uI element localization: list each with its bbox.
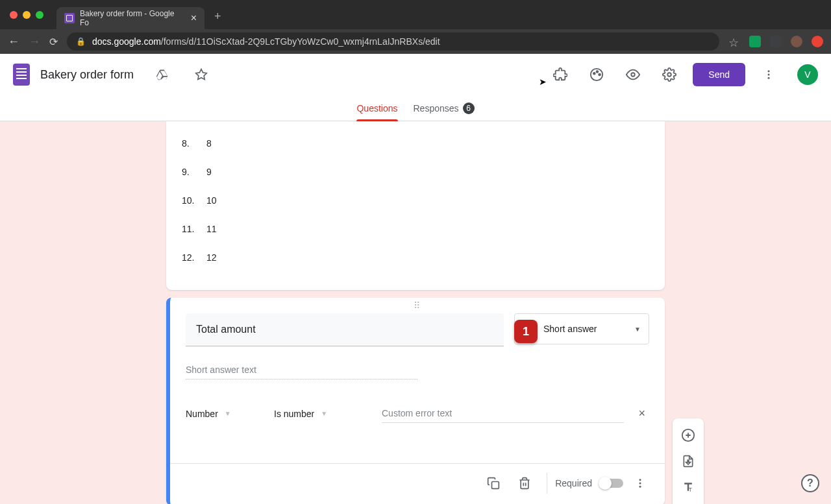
svg-point-5	[668, 73, 672, 77]
close-tab-button[interactable]: ×	[191, 12, 197, 24]
extensions-puzzle-icon[interactable]	[770, 36, 782, 47]
palette-icon	[589, 67, 604, 82]
validation-rule-select[interactable]: Is number▼	[274, 409, 371, 419]
remove-validation-button[interactable]: ×	[634, 403, 649, 424]
svg-point-8	[768, 77, 770, 79]
maximize-window-button[interactable]	[36, 11, 43, 19]
form-canvas: 8.8 9.9 10.10 11.11 12.12 ⠿ 1 Short answ…	[0, 121, 831, 504]
url-text: docs.google.com/forms/d/11OiScXtad-2Q9Lc…	[92, 36, 440, 47]
list-item: 11.11	[182, 215, 649, 243]
more-button[interactable]	[756, 62, 782, 88]
responses-count-badge: 6	[463, 102, 475, 114]
copy-icon	[487, 477, 500, 490]
eye-icon	[626, 67, 640, 82]
svg-point-12	[639, 486, 641, 488]
required-toggle[interactable]	[600, 479, 623, 488]
bookmark-star-icon[interactable]: ☆	[728, 36, 740, 47]
add-title-button[interactable]: T	[676, 475, 700, 499]
svg-point-7	[768, 74, 770, 76]
extension-icons: ☆	[728, 36, 823, 47]
star-button[interactable]	[188, 62, 214, 88]
preview-button[interactable]	[620, 62, 646, 88]
app-header: Bakery order form Send V	[0, 54, 831, 95]
duplicate-button[interactable]	[479, 469, 508, 498]
profile-avatar-icon[interactable]	[791, 36, 802, 47]
account-avatar[interactable]: V	[797, 64, 818, 85]
tab-responses[interactable]: Responses 6	[414, 95, 475, 121]
title-icon: T	[682, 481, 695, 494]
minimize-window-button[interactable]	[23, 11, 31, 19]
window-controls	[10, 11, 43, 19]
list-item: 10.10	[182, 186, 649, 215]
lock-icon: 🔒	[76, 37, 86, 46]
back-button[interactable]: ←	[8, 35, 19, 49]
svg-point-1	[593, 73, 595, 75]
address-bar[interactable]: 🔒 docs.google.com/forms/d/11OiScXtad-2Q9…	[67, 32, 719, 51]
addons-button[interactable]	[547, 62, 573, 88]
list-item: 8.8	[182, 129, 649, 158]
more-vert-icon	[763, 69, 775, 80]
browser-toolbar: ← → ⟳ 🔒 docs.google.com/forms/d/11OiScXt…	[0, 29, 831, 54]
extension-badge-icon[interactable]	[812, 36, 823, 47]
help-button[interactable]: ?	[801, 474, 819, 492]
add-image-button[interactable]	[676, 501, 700, 504]
validation-row: Number▼ Is number▼ ×	[186, 403, 649, 424]
plus-circle-icon	[681, 428, 695, 442]
previous-question-card[interactable]: 8.8 9.9 10.10 11.11 12.12	[166, 121, 665, 290]
question-title-input[interactable]	[186, 313, 504, 346]
question-footer: Required	[170, 463, 665, 503]
active-question-card[interactable]: ⠿ 1 Short answer ▼ Short answer text Num…	[166, 298, 665, 504]
chevron-down-icon: ▼	[634, 326, 641, 333]
puzzle-icon	[553, 67, 567, 82]
reload-button[interactable]: ⟳	[49, 36, 58, 48]
validation-error-input[interactable]	[382, 404, 624, 423]
form-title[interactable]: Bakery order form	[40, 68, 134, 82]
drag-handle[interactable]: ⠿	[170, 298, 665, 313]
star-outline-icon	[195, 68, 208, 81]
forms-favicon-icon	[64, 13, 75, 23]
tab-title: Bakery order form - Google Fo	[80, 9, 186, 27]
more-vert-icon	[634, 477, 646, 489]
divider	[547, 473, 547, 494]
browser-tab-strip: Bakery order form - Google Fo × +	[0, 0, 831, 29]
svg-point-11	[639, 483, 641, 485]
side-toolbar: T	[673, 418, 704, 504]
gear-icon	[662, 67, 676, 82]
annotation-badge: 1	[514, 320, 538, 343]
send-button[interactable]: Send	[693, 63, 745, 86]
forward-button[interactable]: →	[29, 35, 40, 49]
svg-point-2	[597, 71, 599, 73]
validation-type-select[interactable]: Number▼	[186, 409, 264, 419]
customize-theme-button[interactable]	[584, 62, 610, 88]
close-window-button[interactable]	[10, 11, 18, 19]
add-question-button[interactable]	[676, 424, 700, 447]
chevron-down-icon: ▼	[225, 410, 231, 417]
tab-questions[interactable]: Questions	[356, 95, 397, 121]
svg-point-6	[768, 70, 770, 72]
new-tab-button[interactable]: +	[214, 10, 221, 23]
svg-point-10	[639, 479, 641, 481]
settings-button[interactable]	[656, 62, 682, 88]
google-forms-logo-icon[interactable]	[13, 64, 30, 86]
list-item: 12.12	[182, 243, 649, 272]
short-answer-placeholder: Short answer text	[186, 365, 417, 379]
extension-icon[interactable]	[749, 36, 761, 47]
form-tabs: Questions Responses 6	[0, 95, 831, 121]
move-to-drive-button[interactable]	[149, 62, 175, 88]
delete-button[interactable]	[510, 469, 539, 498]
chevron-down-icon: ▼	[321, 410, 327, 417]
trash-icon	[518, 477, 531, 490]
svg-text:T: T	[689, 486, 692, 493]
required-label: Required	[555, 478, 592, 488]
question-more-button[interactable]	[626, 469, 654, 498]
svg-point-3	[599, 74, 601, 76]
browser-tab[interactable]: Bakery order form - Google Fo ×	[56, 7, 205, 29]
import-icon	[682, 455, 695, 468]
svg-rect-9	[492, 482, 499, 489]
list-item: 9.9	[182, 158, 649, 186]
svg-point-4	[632, 73, 636, 77]
drive-icon	[156, 68, 169, 81]
import-questions-button[interactable]	[676, 450, 700, 473]
